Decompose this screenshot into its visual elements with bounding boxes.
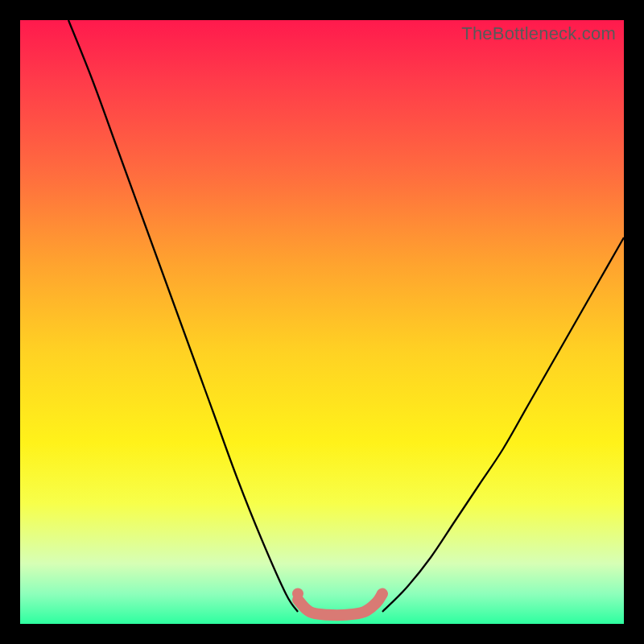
chart-svg	[20, 20, 624, 624]
bottom-band	[298, 594, 382, 616]
band-dot-icon	[292, 588, 303, 600]
chart-frame: TheBottleneck.com	[20, 20, 624, 624]
left-curve	[68, 20, 298, 612]
right-curve	[382, 237, 624, 612]
